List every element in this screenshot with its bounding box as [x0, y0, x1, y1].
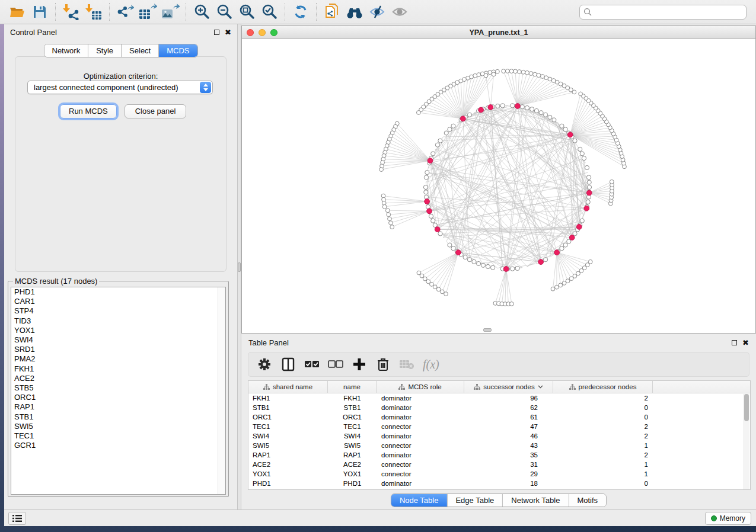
- zoom-fit-button[interactable]: [235, 2, 258, 22]
- float-panel-icon[interactable]: [214, 30, 219, 35]
- search-input[interactable]: [579, 5, 747, 20]
- refresh-layout-button[interactable]: [289, 2, 312, 22]
- cell-shared-name: ORC1: [248, 414, 328, 421]
- vertical-splitter[interactable]: [237, 24, 241, 509]
- open-folder-icon: [9, 5, 25, 19]
- run-mcds-button[interactable]: Run MCDS: [60, 104, 117, 118]
- cell-successor-nodes: 61: [464, 414, 553, 421]
- table-scrollbar-thumb[interactable]: [744, 394, 749, 421]
- tab-style[interactable]: Style: [88, 44, 122, 57]
- result-node-item[interactable]: SWI4: [11, 335, 225, 345]
- cell-name: YOX1: [328, 470, 377, 477]
- import-table-icon: [85, 4, 103, 20]
- zoom-out-button[interactable]: [213, 2, 235, 22]
- tab-edge-table[interactable]: Edge Table: [447, 494, 503, 507]
- tab-select[interactable]: Select: [122, 44, 159, 57]
- control-panel-tabs: NetworkStyleSelectMCDS: [43, 44, 197, 57]
- mcds-result-group: MCDS result (17 nodes) PHD1CAR1STP4TID3Y…: [8, 277, 229, 497]
- table-row[interactable]: SWI5SWI5connector431: [248, 441, 750, 450]
- result-node-item[interactable]: PMA2: [11, 354, 225, 364]
- column-type-icon: [569, 384, 576, 390]
- zoom-selected-icon: [261, 4, 277, 20]
- network-nodes[interactable]: [379, 69, 627, 306]
- network-canvas[interactable]: [242, 39, 755, 333]
- add-column-icon[interactable]: [352, 357, 367, 372]
- tab-motifs[interactable]: Motifs: [569, 494, 606, 507]
- export-network-button[interactable]: [114, 2, 136, 22]
- save-session-button[interactable]: [28, 2, 51, 22]
- mcds-result-list[interactable]: PHD1CAR1STP4TID3YOX1SWI4SRD1PMA2FKH1ACE2…: [11, 287, 226, 495]
- hide-panel-button[interactable]: [366, 2, 388, 22]
- panel-menu-button[interactable]: [8, 512, 26, 525]
- cell-predecessor-nodes: 2: [553, 395, 653, 402]
- result-node-item[interactable]: SWI5: [11, 422, 225, 431]
- select-all-columns-icon[interactable]: [304, 357, 320, 372]
- deselect-all-columns-icon[interactable]: [328, 357, 343, 372]
- table-row[interactable]: ACE2ACE2connector311: [248, 460, 750, 469]
- table-row[interactable]: SWI4SWI4dominator462: [248, 431, 750, 441]
- optimization-criterion-dropdown[interactable]: largest connected component (undirected): [27, 81, 213, 94]
- close-panel-icon[interactable]: ✖: [225, 30, 231, 35]
- export-table-button[interactable]: [136, 2, 159, 22]
- open-file-button[interactable]: [6, 2, 28, 22]
- result-node-item[interactable]: ORC1: [11, 393, 225, 402]
- result-node-item[interactable]: SRD1: [11, 345, 225, 354]
- export-image-button[interactable]: [159, 2, 181, 22]
- result-list-scrollbar[interactable]: [218, 287, 225, 494]
- search-network-button[interactable]: [343, 2, 366, 22]
- table-row[interactable]: RAP1RAP1dominator352: [248, 450, 750, 460]
- table-settings-gear-icon[interactable]: [257, 357, 272, 372]
- table-row[interactable]: STB1STB1dominator620: [248, 403, 750, 412]
- table-row[interactable]: ORC1ORC1dominator610: [248, 412, 750, 422]
- table-scrollbar[interactable]: [743, 394, 749, 489]
- table-row[interactable]: FKH1FKH1dominator962: [248, 393, 750, 403]
- float-table-panel-icon[interactable]: [732, 340, 737, 345]
- copy-network-button[interactable]: [321, 2, 343, 22]
- toolbar-separator: [55, 3, 56, 21]
- result-node-item[interactable]: STB1: [11, 412, 225, 422]
- column-header-name[interactable]: name: [328, 381, 377, 393]
- tab-network[interactable]: Network: [44, 44, 88, 57]
- vertical-splitter-handle[interactable]: [238, 262, 241, 272]
- result-node-item[interactable]: PHD1: [11, 287, 225, 297]
- column-label: shared name: [273, 383, 312, 390]
- export-table-icon: [138, 4, 157, 20]
- column-header-shared-name[interactable]: shared name: [248, 381, 328, 393]
- horizontal-splitter-handle[interactable]: [483, 328, 492, 332]
- import-network-button[interactable]: [60, 2, 82, 22]
- show-columns-icon[interactable]: [280, 357, 296, 372]
- result-node-item[interactable]: ACE2: [11, 374, 225, 383]
- result-node-item[interactable]: FKH1: [11, 364, 225, 374]
- cell-name: PHD1: [328, 480, 377, 487]
- table-row[interactable]: TEC1TEC1connector472: [248, 422, 750, 431]
- result-node-item[interactable]: YOX1: [11, 326, 225, 335]
- memory-button[interactable]: Memory: [705, 512, 751, 525]
- column-type-icon: [263, 384, 270, 390]
- close-panel-button[interactable]: Close panel: [125, 104, 186, 118]
- cell-shared-name: TEC1: [248, 423, 328, 430]
- tab-mcds[interactable]: MCDS: [159, 44, 197, 57]
- result-node-item[interactable]: STP4: [11, 306, 225, 316]
- zoom-selected-button[interactable]: [258, 2, 280, 22]
- cell-successor-nodes: 62: [464, 404, 553, 411]
- zoom-in-button[interactable]: [190, 2, 213, 22]
- column-header-MCDS-role[interactable]: MCDS role: [377, 381, 464, 393]
- cell-mcds-role: dominator: [377, 414, 464, 421]
- result-node-item[interactable]: STB5: [11, 383, 225, 393]
- tab-node-table[interactable]: Node Table: [391, 494, 448, 507]
- cell-mcds-role: dominator: [377, 432, 464, 440]
- column-header-successor-nodes[interactable]: successor nodes: [464, 381, 553, 393]
- import-table-button[interactable]: [82, 2, 105, 22]
- tab-network-table[interactable]: Network Table: [503, 494, 569, 507]
- result-node-item[interactable]: TID3: [11, 316, 225, 326]
- result-node-item[interactable]: GCR1: [11, 441, 225, 450]
- table-row[interactable]: YOX1YOX1connector291: [248, 469, 750, 479]
- zoom-fit-icon: [238, 4, 255, 20]
- column-header-predecessor-nodes[interactable]: predecessor nodes: [553, 381, 653, 393]
- result-node-item[interactable]: CAR1: [11, 297, 225, 306]
- table-row[interactable]: PHD1PHD1dominator180: [248, 479, 750, 488]
- close-table-panel-icon[interactable]: ✖: [742, 340, 749, 345]
- delete-columns-icon[interactable]: [375, 357, 391, 372]
- result-node-item[interactable]: RAP1: [11, 402, 225, 412]
- result-node-item[interactable]: TEC1: [11, 431, 225, 441]
